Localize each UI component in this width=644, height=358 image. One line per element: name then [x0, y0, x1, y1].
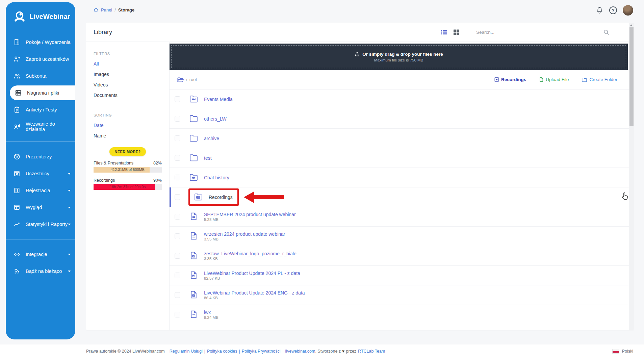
folder-name[interactable]: others_LW [204, 116, 227, 122]
call-to-action-icon [13, 123, 21, 130]
folder-name[interactable]: archive [204, 136, 219, 141]
folder-name[interactable]: test [204, 155, 212, 161]
sidebar-item-wezwanie[interactable]: Wezwanie do działania [6, 118, 75, 135]
footer-link-privacy[interactable]: Polityka Prywatności [242, 349, 281, 354]
sidebar-item-uczestnicy[interactable]: Uczestnicy [6, 165, 75, 182]
footer-site-link[interactable]: livewebinar.com [285, 349, 315, 354]
participant-badge-icon [13, 170, 21, 177]
need-more-button[interactable]: NEED MORE? [109, 147, 146, 156]
table-row[interactable]: wrzesien 2024 product update webinar 3.5… [170, 226, 629, 246]
row-checkbox[interactable] [175, 116, 180, 122]
table-row[interactable]: LiveWebinar Product Update 2024 ENG - z … [170, 285, 629, 305]
row-checkbox[interactable] [175, 175, 180, 180]
folder-name[interactable]: Chat history [204, 175, 229, 180]
create-folder-button[interactable]: Create Folder [582, 77, 617, 82]
sidebar-item-statystyki[interactable]: Statystyki i Raporty [6, 216, 75, 233]
card-header: Library [86, 23, 634, 42]
sidebar-item-pokoje[interactable]: Pokoje / Wydarzenia [6, 34, 75, 51]
row-checkbox[interactable] [175, 96, 180, 102]
highlight-red-box: Recordings [188, 188, 239, 206]
table-row[interactable]: Events Media [170, 89, 629, 109]
file-dropzone[interactable]: Or simply drag & drop your files here Ma… [170, 44, 628, 70]
sidebar-item-nagrania[interactable]: Nagrania i pliki [10, 85, 75, 100]
open-folder-icon[interactable] [177, 77, 184, 83]
file-name[interactable]: zestaw_LiveWebinar_logo_poziome_r_biale [204, 251, 297, 256]
language-selector[interactable]: Polski [612, 349, 633, 354]
row-checkbox[interactable] [175, 214, 180, 220]
upload-file-button[interactable]: Upload File [539, 77, 569, 82]
row-checkbox[interactable] [175, 135, 180, 141]
sidebar-item-subkonta[interactable]: Subkonta [6, 68, 75, 84]
stats-trend-icon [13, 221, 21, 228]
folder-name[interactable]: Recordings [209, 195, 233, 200]
footer-team-link[interactable]: RTCLab Team [358, 349, 385, 354]
filter-videos[interactable]: Videos [94, 82, 162, 87]
footer-link-terms[interactable]: Regulamin Usługi [170, 349, 203, 354]
table-row[interactable]: others_LW [170, 109, 629, 128]
file-name[interactable]: LiveWebinar Product Update 2024 PL - z d… [204, 271, 300, 276]
file-area: Or simply drag & drop your files here Ma… [170, 42, 629, 330]
door-icon [13, 39, 21, 46]
notifications-bell-icon[interactable] [596, 6, 603, 15]
sort-name[interactable]: Name [94, 133, 162, 138]
footer-link-cookies[interactable]: Polityka cookies [207, 349, 237, 354]
dropzone-title: Or simply drag & drop your files here [362, 52, 443, 57]
table-row[interactable]: archive [170, 128, 629, 148]
avatar[interactable] [623, 5, 633, 16]
presenter-face-icon [13, 153, 21, 160]
filter-all[interactable]: All [94, 61, 162, 67]
row-checkbox[interactable] [175, 253, 180, 259]
file-name[interactable]: LiveWebinar Product Update 2024 ENG - z … [204, 290, 305, 296]
language-label: Polski [622, 349, 633, 354]
row-checkbox[interactable] [175, 233, 180, 239]
file-name[interactable]: SEPTEMBER 2024 product update webinar [204, 212, 296, 217]
grid-view-icon[interactable] [453, 29, 460, 35]
scrollbar-thumb[interactable] [629, 27, 634, 126]
file-name[interactable]: wrzesien 2024 product update webinar [204, 231, 285, 237]
scroll-up-arrow-icon[interactable] [630, 24, 633, 26]
row-checkbox[interactable] [175, 312, 180, 317]
search-input[interactable] [476, 30, 598, 35]
table-row[interactable]: zestaw_LiveWebinar_logo_poziome_r_biale … [170, 246, 629, 265]
selected-row-indicator [170, 187, 171, 207]
table-row[interactable]: lwx 8.24 MB [170, 305, 629, 324]
folder-icon [189, 153, 198, 162]
header-divider [468, 27, 468, 37]
filter-documents[interactable]: Documents [94, 93, 162, 98]
filter-images[interactable]: Images [94, 72, 162, 77]
breadcrumb-panel-link[interactable]: Panel [101, 7, 112, 12]
sidebar-item-integracje[interactable]: Integracje [6, 246, 75, 263]
table-row-recordings[interactable]: Recordings [170, 187, 629, 207]
table-row[interactable]: Chat history [170, 168, 629, 187]
sidebar-divider [6, 142, 75, 142]
row-checkbox[interactable] [175, 292, 180, 298]
sidebar-item-rejestracja[interactable]: Rejestracja [6, 182, 75, 199]
row-checkbox[interactable] [175, 155, 180, 161]
table-row[interactable]: LiveWebinar Product Update 2024 PL - z d… [170, 265, 629, 285]
path-breadcrumb: › root [177, 77, 197, 83]
file-size: 5.28 MB [204, 218, 296, 222]
row-checkbox[interactable] [175, 194, 180, 200]
sidebar-divider [6, 239, 75, 239]
sort-date[interactable]: Date [94, 123, 162, 128]
sidebar-item-prezenterzy[interactable]: Prezenterzy [6, 148, 75, 165]
logo[interactable]: LiveWebinar [6, 2, 75, 22]
home-icon[interactable] [93, 7, 99, 12]
chevron-down-icon [68, 190, 71, 191]
sidebar-item-badz[interactable]: Bądź na bieżąco [6, 263, 75, 280]
folder-name[interactable]: Events Media [204, 97, 233, 102]
sidebar-item-zapros[interactable]: Zaproś uczestników [6, 51, 75, 68]
row-checkbox[interactable] [175, 273, 180, 278]
path-chevron: › [186, 77, 187, 82]
help-icon[interactable]: ? [609, 6, 617, 14]
table-row[interactable]: test [170, 148, 629, 168]
file-name[interactable]: lwx [204, 310, 218, 315]
search-icon[interactable] [603, 29, 610, 35]
recordings-toolbar-link[interactable]: Recordings [494, 77, 526, 82]
list-view-icon[interactable] [441, 29, 447, 35]
sidebar-item-ankiety[interactable]: Ankiety i Testy [6, 101, 75, 118]
sidebar-item-wyglad[interactable]: Wygląd [6, 199, 75, 216]
path-root[interactable]: root [189, 77, 197, 82]
table-row[interactable]: SEPTEMBER 2024 product update webinar 5.… [170, 207, 629, 226]
scrollbar[interactable] [629, 23, 634, 330]
